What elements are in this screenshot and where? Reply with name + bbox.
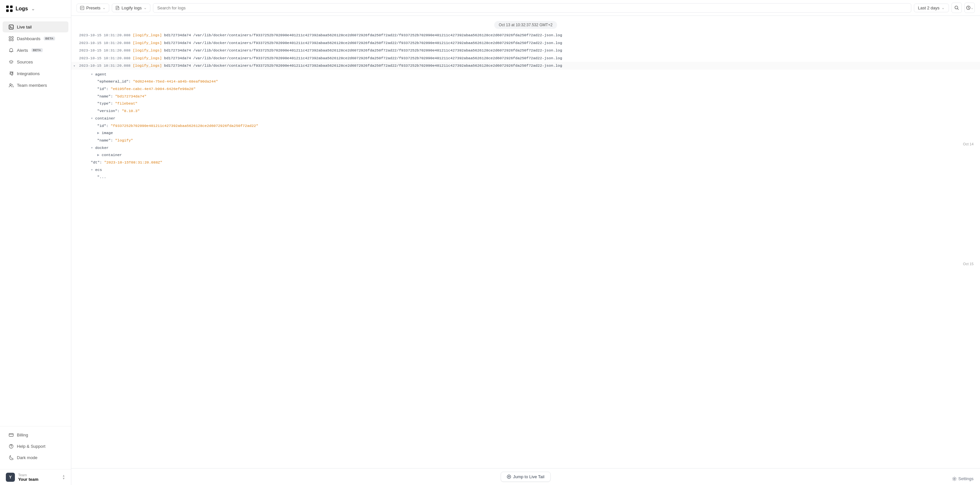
sidebar-item-help-support[interactable]: Help & Support	[3, 441, 68, 452]
presets-button[interactable]: Presets ⌄	[76, 3, 109, 12]
logify-logs-label: Logify logs	[121, 5, 142, 10]
credit-card-icon	[8, 432, 14, 437]
log-content: bd172734da74 /var/lib/docker/containers/…	[164, 48, 562, 52]
team-section[interactable]: Y Team Your team ▲ ▼	[0, 469, 71, 485]
container-collapse-icon[interactable]: ▾	[91, 116, 93, 120]
json-line: "ephemeral_id": "0d62446e-75ed-4414-a84b…	[84, 78, 972, 86]
log-content: bd172734da74 /var/lib/docker/containers/…	[164, 33, 562, 37]
docker-container-expand-icon[interactable]: ▶	[97, 153, 100, 157]
json-line-dt: "dt": "2023-10-15T08:31:20.088Z"	[84, 159, 972, 166]
sidebar-item-dashboards-label: Dashboards	[17, 36, 40, 41]
svg-point-18	[954, 478, 955, 480]
dashboards-badge: BETA	[44, 36, 55, 40]
jump-to-live-tail-label: Jump to Live Tail	[513, 474, 544, 479]
clock-chevron-icon: ⌄	[970, 6, 974, 10]
time-range-button[interactable]: Last 2 days ⌄	[914, 3, 949, 12]
svg-rect-6	[12, 36, 13, 38]
logo-icon	[6, 5, 13, 12]
presets-chevron-icon: ⌄	[102, 5, 106, 10]
app-title: Logs	[16, 6, 28, 12]
sidebar-item-live-tail-label: Live tail	[17, 25, 32, 30]
presets-icon	[80, 6, 84, 10]
sidebar-item-alerts[interactable]: Alerts BETA	[3, 45, 68, 56]
log-source: [logify_logs]	[133, 56, 162, 60]
svg-rect-13	[80, 6, 84, 10]
log-entry[interactable]: 2023-10-15 10:31:20.088 [logify_logs] bd…	[71, 32, 980, 39]
clock-icon	[966, 5, 970, 10]
sidebar-item-live-tail[interactable]: Live tail	[3, 21, 68, 32]
log-entry[interactable]: 2023-10-15 10:31:20.088 [logify_logs] bd…	[71, 54, 980, 62]
log-content: bd172734da74 /var/lib/docker/containers/…	[164, 56, 562, 60]
svg-rect-8	[12, 39, 13, 41]
sidebar-item-billing[interactable]: Billing	[3, 429, 68, 440]
json-line-docker-container[interactable]: ▶ container	[84, 152, 972, 159]
sidebar-item-integrations[interactable]: Integrations	[3, 68, 68, 79]
app-menu-chevron[interactable]: ⌄	[31, 6, 35, 11]
log-timestamp: 2023-10-15 10:31:20.088	[79, 63, 130, 68]
log-entry[interactable]: 2023-10-15 10:31:20.088 [logify_logs] bd…	[71, 47, 980, 54]
log-entry[interactable]: 2023-10-15 10:31:20.088 [logify_logs] bd…	[71, 39, 980, 47]
json-line-image[interactable]: ▶ image	[84, 130, 972, 137]
logify-logs-button[interactable]: Logify logs ⌄	[112, 3, 150, 12]
log-json-expanded: ▾ agent "ephemeral_id": "0d62446e-75ed-4…	[71, 70, 980, 184]
json-section-ecs[interactable]: ▾ ecs	[84, 166, 972, 174]
ecs-collapse-icon[interactable]: ▾	[91, 168, 93, 172]
bottom-bar: Jump to Live Tail Settings	[71, 468, 980, 485]
docker-collapse-icon[interactable]: ▾	[91, 146, 93, 150]
sidebar-item-sources[interactable]: Sources	[3, 56, 68, 67]
log-content: bd172734da74 /var/lib/docker/containers/…	[164, 41, 562, 45]
svg-rect-1	[10, 5, 13, 8]
jump-to-live-tail-button[interactable]: Jump to Live Tail	[501, 472, 550, 482]
settings-button[interactable]: Settings	[952, 476, 974, 481]
json-line: "version": "8.10.3"	[84, 108, 972, 115]
presets-label: Presets	[86, 5, 100, 10]
log-area[interactable]: Oct 13 at 10:32:37.532 GMT+2 Oct 14 Oct …	[71, 16, 980, 468]
search-input[interactable]	[153, 3, 911, 13]
alerts-badge: BETA	[32, 48, 43, 52]
log-entry-expanded[interactable]: ▾ 2023-10-15 10:31:20.088 [logify_logs] …	[71, 62, 980, 70]
settings-icon	[952, 477, 957, 481]
log-timestamp: 2023-10-15 10:31:20.088	[79, 33, 130, 37]
settings-label: Settings	[958, 476, 974, 481]
users-icon	[8, 82, 14, 88]
sidebar-item-help-support-label: Help & Support	[17, 444, 45, 449]
json-section-container[interactable]: ▾ container	[84, 115, 972, 122]
date-marker-oct15: Oct 15	[963, 262, 974, 266]
image-expand-icon[interactable]: ▶	[97, 131, 100, 135]
team-info: Team Your team	[18, 473, 59, 482]
svg-rect-10	[9, 434, 13, 436]
json-section-docker[interactable]: ▾ docker	[84, 144, 972, 152]
log-source: [logify_logs]	[133, 33, 162, 37]
clock-icon-button[interactable]: ⌄	[964, 3, 975, 13]
time-range-chevron-icon: ⌄	[942, 5, 945, 10]
log-timestamp: 2023-10-15 10:31:20.088	[79, 56, 130, 60]
bell-icon	[8, 48, 14, 53]
team-avatar: Y	[6, 473, 15, 482]
team-name: Your team	[18, 477, 59, 482]
json-section-agent[interactable]: ▾ agent	[84, 71, 972, 78]
svg-rect-7	[9, 39, 11, 41]
log-source: [logify_logs]	[133, 63, 162, 68]
sidebar-item-billing-label: Billing	[17, 433, 28, 437]
sidebar-item-dashboards[interactable]: Dashboards BETA	[3, 33, 68, 44]
search-icon-button[interactable]	[951, 3, 962, 13]
sidebar-item-team-members[interactable]: Team members	[3, 80, 68, 91]
sidebar-item-dark-mode[interactable]: Dark mode	[3, 452, 68, 463]
team-chevron-icon: ▲ ▼	[62, 474, 65, 480]
json-line: "name": "logify"	[84, 137, 972, 144]
log-collapse-button[interactable]: ▾	[73, 63, 75, 69]
sidebar: Logs ⌄ Live tail	[0, 0, 71, 485]
layers-icon	[8, 59, 14, 65]
sidebar-item-integrations-label: Integrations	[17, 71, 40, 76]
sidebar-nav: Live tail Dashboards BETA	[0, 18, 71, 469]
file-icon	[115, 6, 119, 10]
time-range-label: Last 2 days	[918, 5, 940, 10]
agent-collapse-icon[interactable]: ▾	[91, 72, 93, 76]
json-line: "name": "bd172734da74"	[84, 93, 972, 100]
svg-rect-5	[9, 36, 11, 38]
app-logo[interactable]: Logs ⌄	[0, 0, 71, 18]
logify-logs-chevron-icon: ⌄	[143, 5, 147, 10]
svg-point-17	[509, 476, 510, 477]
moon-icon	[8, 455, 14, 460]
main-content: Presets ⌄ Logify logs ⌄ Last 2 days ⌄	[71, 0, 980, 485]
